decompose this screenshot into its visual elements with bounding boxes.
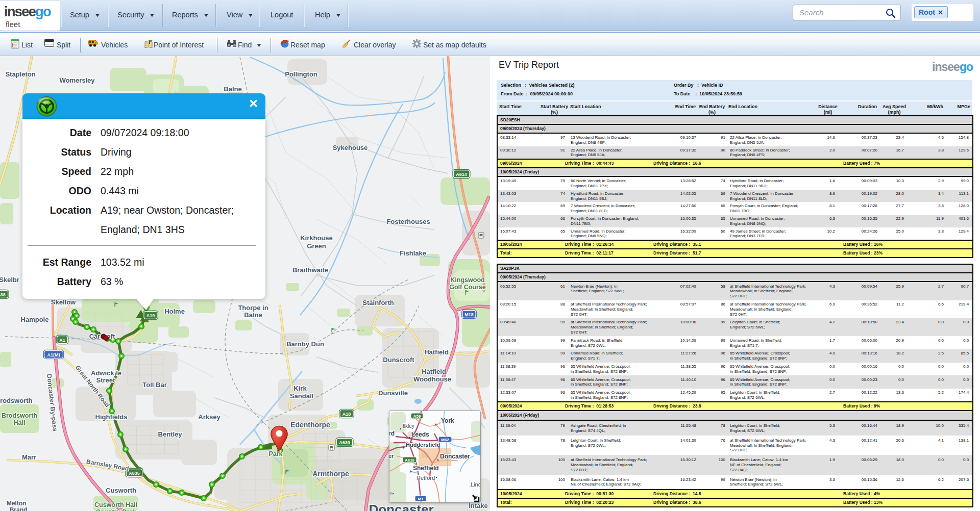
svg-text:A638: A638	[0, 292, 6, 297]
svg-text:A616: A616	[405, 458, 415, 463]
svg-text:Dunsville: Dunsville	[378, 389, 408, 397]
svg-text:Sandall: Sandall	[290, 392, 313, 400]
svg-text:Sheffield: Sheffield	[413, 465, 439, 472]
svg-text:A635: A635	[129, 471, 140, 476]
svg-text:Pollington: Pollington	[285, 70, 317, 78]
svg-text:Hatfield: Hatfield	[422, 368, 446, 375]
svg-text:.Linc: .Linc	[469, 481, 481, 488]
svg-text:Kingswood: Kingswood	[450, 276, 484, 284]
svg-text:A1(M): A1(M)	[47, 352, 60, 357]
svg-text:M1: M1	[418, 497, 424, 501]
svg-text:Street: Street	[96, 376, 116, 384]
svg-text:er: er	[389, 453, 394, 459]
svg-text:Dunscroft: Dunscroft	[383, 356, 414, 364]
svg-text:Cusworth Hall: Cusworth Hall	[94, 501, 137, 508]
svg-text:Intake: Intake	[469, 502, 488, 509]
svg-text:Fishlake: Fishlake	[400, 249, 426, 257]
svg-text:Huddersfield: Huddersfield	[406, 442, 440, 448]
svg-text:M62: M62	[441, 438, 449, 442]
svg-text:A19: A19	[146, 313, 155, 318]
svg-text:Thorpe in: Thorpe in	[238, 304, 268, 312]
svg-text:Green: Green	[307, 242, 326, 250]
svg-text:Brand: Brand	[10, 506, 28, 511]
svg-text:Brodsworth: Brodsworth	[0, 397, 33, 404]
svg-text:Kirkhouse: Kirkhouse	[300, 234, 333, 242]
svg-text:A18: A18	[342, 412, 351, 417]
svg-text:Marr: Marr	[22, 453, 36, 461]
svg-text:Cusworth: Cusworth	[106, 487, 136, 494]
svg-text:Balne: Balne	[244, 311, 262, 319]
svg-text:Holme: Holme	[164, 308, 185, 315]
svg-text:Fosterhouses: Fosterhouses	[386, 218, 430, 225]
svg-text:Arksey: Arksey	[198, 413, 220, 421]
svg-text:Doncaster: Doncaster	[440, 453, 470, 460]
svg-text:Bentley: Bentley	[158, 430, 183, 438]
svg-text:Melton: Melton	[7, 500, 27, 507]
svg-text:Ilkley: Ilkley	[403, 423, 414, 429]
svg-text:Woodhouse: Woodhouse	[413, 375, 451, 383]
svg-text:Barnby Dun: Barnby Dun	[286, 340, 324, 348]
svg-text:Adwick le: Adwick le	[91, 369, 121, 377]
svg-text:A614: A614	[456, 172, 467, 177]
svg-text:Brodsworth: Brodsworth	[2, 412, 37, 419]
svg-text:York: York	[441, 417, 454, 424]
svg-text:M18: M18	[464, 312, 474, 317]
svg-text:Armthorpe: Armthorpe	[312, 470, 349, 478]
svg-text:Hampole: Hampole	[21, 316, 49, 323]
svg-text:Braithwaite: Braithwaite	[292, 266, 328, 274]
svg-text:Kirk: Kirk	[293, 385, 307, 392]
svg-text:Edenthorpe: Edenthorpe	[290, 421, 330, 429]
svg-text:A1: A1	[59, 338, 65, 343]
svg-text:Golf Course: Golf Course	[449, 284, 486, 291]
svg-text:Retford: Retford	[416, 475, 435, 481]
svg-text:Stapleton: Stapleton	[5, 70, 35, 78]
svg-text:Stainforth: Stainforth	[362, 299, 394, 306]
svg-text:Hatfield: Hatfield	[424, 348, 449, 356]
svg-text:Sykehouse: Sykehouse	[333, 144, 368, 151]
svg-text:Skellow: Skellow	[51, 298, 76, 306]
svg-text:Skelbr: Skelbr	[0, 276, 19, 284]
svg-text:Toll Bar: Toll Bar	[142, 381, 166, 389]
svg-text:Hall: Hall	[14, 419, 26, 426]
svg-text:A59: A59	[413, 414, 421, 419]
svg-text:Doncaster: Doncaster	[369, 502, 433, 511]
svg-text:Womersley: Womersley	[59, 76, 95, 84]
svg-text:Country Park: Country Park	[96, 508, 136, 511]
svg-text:Leeds: Leeds	[411, 431, 429, 438]
svg-text:rd: rd	[389, 430, 395, 437]
svg-text:Balne: Balne	[224, 85, 241, 93]
svg-text:Highfields: Highfields	[95, 413, 128, 421]
svg-text:Park: Park	[268, 450, 282, 457]
svg-text:n-: n-	[389, 490, 395, 496]
svg-text:A630: A630	[339, 440, 350, 445]
